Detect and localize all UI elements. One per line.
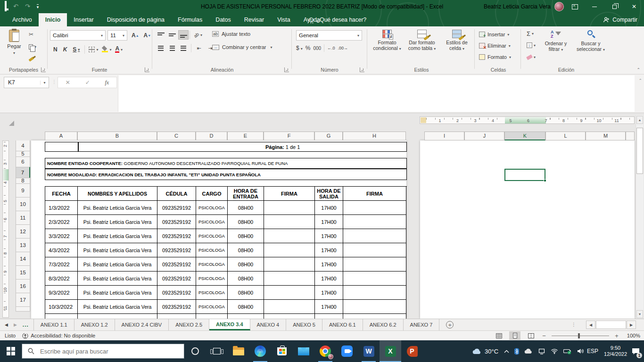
table-cell[interactable]: Psi. Beatriz Leticia Garcia Vera <box>78 257 157 272</box>
number-format-combo[interactable]: General▾ <box>296 30 362 41</box>
table-cell[interactable]: PSICOLOGA <box>196 243 228 257</box>
table-cell[interactable]: PSICOLOGA <box>196 215 228 229</box>
table-cell[interactable] <box>264 272 315 286</box>
column-header-m[interactable]: M <box>586 132 626 140</box>
column-header-j[interactable]: J <box>464 132 504 140</box>
italic-button[interactable]: K <box>61 44 70 55</box>
customize-qat-icon[interactable]: ▾ <box>37 4 39 9</box>
table-cell[interactable]: 8/3/2022 <box>45 272 78 286</box>
sheet-nav-left-icon[interactable]: ◀ <box>5 322 8 327</box>
autosum-button[interactable]: Σ <box>525 28 537 39</box>
table-cell[interactable] <box>343 243 406 257</box>
share-button[interactable]: Compartir <box>603 13 637 26</box>
format-cells-button[interactable]: Formato▾ <box>479 52 511 62</box>
table-cell[interactable]: Psi. Beatriz Leticia Garcia Vera <box>78 286 157 300</box>
vertical-scroll-thumb[interactable] <box>636 128 643 174</box>
row-header-17[interactable]: 17 <box>16 293 30 307</box>
row-header-13[interactable]: 13 <box>16 238 30 252</box>
borders-button[interactable] <box>87 44 99 55</box>
row-header-7[interactable]: 7 <box>16 167 30 178</box>
column-header-e[interactable]: E <box>227 132 264 140</box>
table-cell[interactable]: 0923529192 <box>157 229 196 243</box>
zoom-slider[interactable] <box>552 336 609 336</box>
table-cell[interactable] <box>264 286 315 300</box>
table-cell[interactable]: Psi. Beatriz Leticia Garcia Vera <box>78 272 157 286</box>
table-cell[interactable]: 17H00 <box>315 201 343 215</box>
column-header-a[interactable]: A <box>45 132 77 140</box>
table-cell[interactable]: 0923529192 <box>157 286 196 300</box>
table-cell[interactable]: 11/3/2022 <box>45 314 78 319</box>
copy-button[interactable] <box>27 41 38 52</box>
taskbar-search[interactable] <box>22 344 184 359</box>
onedrive-icon[interactable] <box>524 348 533 354</box>
table-cell[interactable]: 0923529192 <box>157 300 196 314</box>
ribbon-tab-datos[interactable]: Datos <box>209 13 238 26</box>
ribbon-display-options-button[interactable] <box>565 0 585 13</box>
merge-center-button[interactable]: ↔ Combinar y centrar <box>212 44 272 50</box>
column-header-f[interactable]: F <box>264 132 314 140</box>
select-all-corner[interactable] <box>9 121 14 126</box>
formula-bar-splitter[interactable]: ⋮ <box>52 79 57 84</box>
row-header-4[interactable]: 4 <box>16 140 30 151</box>
fill-handle[interactable] <box>544 179 546 182</box>
search-input[interactable] <box>39 347 171 355</box>
save-icon[interactable] <box>5 2 7 11</box>
row-header-11[interactable]: 11 <box>16 211 30 225</box>
column-header-i[interactable]: I <box>424 132 464 140</box>
table-cell[interactable] <box>264 300 315 314</box>
table-cell[interactable]: 17H00 <box>315 215 343 229</box>
collapse-ribbon-icon[interactable]: ⌃ <box>636 67 640 72</box>
comma-style-button[interactable]: 000 <box>313 46 321 51</box>
table-cell[interactable]: 08H00 <box>228 314 264 319</box>
sort-filter-button[interactable]: A Z Ordenar yfiltrar ▾ <box>540 28 571 53</box>
normal-view-button[interactable] <box>493 331 504 340</box>
format-painter-button[interactable] <box>27 54 38 64</box>
sheet-tab-anexo-1-1[interactable]: ANEXO 1.1 <box>33 319 74 330</box>
ribbon-tab-insertar[interactable]: Insertar <box>67 13 100 26</box>
align-middle-icon[interactable] <box>167 30 177 40</box>
column-header-h[interactable]: H <box>343 132 406 140</box>
table-cell[interactable] <box>343 300 406 314</box>
table-cell[interactable]: Psi. Beatriz Leticia Garcia Vera <box>78 300 157 314</box>
row-header-15[interactable]: 15 <box>16 265 30 280</box>
row-header-14[interactable]: 14 <box>16 252 30 266</box>
table-cell[interactable]: 0923529192 <box>157 257 196 272</box>
sheet-nav-right-icon[interactable]: ▶ <box>14 322 17 327</box>
table-cell[interactable] <box>264 257 315 272</box>
table-cell[interactable]: 3/3/2022 <box>45 229 78 243</box>
ribbon-tab-revisar[interactable]: Revisar <box>238 13 271 26</box>
fill-button[interactable]: ↓ <box>525 40 537 50</box>
ribbon-tab-disposici-n-de-p-gina[interactable]: Disposición de página <box>100 13 171 26</box>
dialog-launcher-alignment[interactable] <box>284 67 289 72</box>
zoom-slider-thumb[interactable] <box>578 333 580 338</box>
row-header-6[interactable]: 6 <box>16 156 30 167</box>
increase-decimal-icon[interactable]: ←.0 <box>327 46 335 50</box>
column-header-c[interactable]: C <box>157 132 196 140</box>
sheet-tab-anexo-1-2[interactable]: ANEXO 1.2 <box>74 319 115 330</box>
tab-splitter[interactable]: ⋮ <box>571 322 576 327</box>
table-cell[interactable]: 0923529192 <box>157 272 196 286</box>
column-header-g[interactable]: G <box>314 132 343 140</box>
table-cell[interactable]: 08H00 <box>228 257 264 272</box>
delete-cells-button[interactable]: ✕ Eliminar▾ <box>479 41 511 51</box>
page-break-view-button[interactable] <box>525 331 537 340</box>
column-header-b[interactable]: B <box>77 132 157 140</box>
name-box-dropdown-icon[interactable]: ▾ <box>40 81 49 85</box>
sheet-tab-anexo-2-5[interactable]: ANEXO 2.5 <box>169 319 209 330</box>
name-box[interactable]: K7 ▾ <box>4 77 49 88</box>
sheet-tab-anexo-6-1[interactable]: ANEXO 6.1 <box>322 319 363 330</box>
cancel-icon[interactable]: ✕ <box>66 79 70 86</box>
redo-icon[interactable]: ↷ <box>25 0 30 13</box>
table-cell[interactable]: 4/3/2022 <box>45 243 78 257</box>
table-cell[interactable] <box>264 243 315 257</box>
tray-expand-icon[interactable] <box>504 350 509 353</box>
underline-button[interactable]: S <box>70 44 82 55</box>
table-cell[interactable]: Psi. Beatriz Leticia Garcia Vera <box>78 229 157 243</box>
word-button[interactable]: W <box>358 340 380 362</box>
fill-color-button[interactable] <box>100 44 113 55</box>
chrome-button[interactable] <box>314 340 336 362</box>
ribbon-tab-inicio[interactable]: Inicio <box>39 13 67 26</box>
table-cell[interactable] <box>264 201 315 215</box>
increase-font-icon[interactable]: A▲ <box>129 30 141 41</box>
horizontal-scrollbar[interactable]: ◀ ▶ <box>586 321 636 329</box>
